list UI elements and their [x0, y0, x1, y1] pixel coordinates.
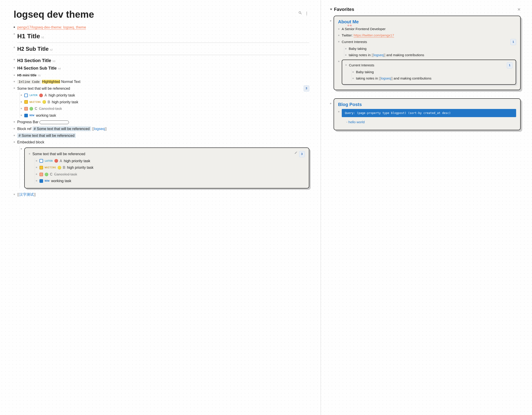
bullet[interactable]: [14, 74, 15, 76]
task-later[interactable]: LATER A high priority task: [24, 92, 309, 98]
checkbox-icon[interactable]: [24, 114, 28, 117]
h1-heading[interactable]: H1 Titleh1: [17, 31, 309, 43]
bullet[interactable]: [338, 111, 340, 112]
bullet[interactable]: [36, 174, 37, 175]
bullet[interactable]: [29, 153, 30, 155]
reference-count-badge[interactable]: 3: [299, 151, 305, 157]
nested-interest-item[interactable]: Baby taking: [356, 69, 513, 75]
query-box[interactable]: Query: (page-property type blogpost) (so…: [342, 109, 516, 117]
nested-interests-header[interactable]: Current Interests 1: [349, 62, 513, 68]
about-me-title[interactable]: About Me: [338, 19, 516, 25]
bullet[interactable]: [338, 35, 340, 36]
search-icon[interactable]: [298, 11, 302, 16]
h3-heading[interactable]: H3 Section Titleh3: [17, 57, 309, 64]
checkbox-icon[interactable]: [24, 107, 28, 111]
priority-yellow-icon: [42, 100, 46, 104]
embedded-block-label[interactable]: Embedded block: [17, 139, 309, 145]
bullet[interactable]: [338, 28, 340, 30]
page-ref-logseq[interactable]: [[logseq]]: [92, 127, 107, 131]
main-content-pane: logseq dev theme pengx17/logseq-dev-them…: [0, 0, 321, 415]
bullet[interactable]: [36, 167, 37, 168]
priority-red-icon: [39, 93, 43, 97]
reference-count-badge[interactable]: 1: [507, 62, 513, 68]
checkbox-icon[interactable]: [39, 173, 43, 176]
bullet[interactable]: [345, 48, 346, 49]
inline-code-block[interactable]: Inline Code Highlighted Normal Text: [17, 79, 309, 85]
bullet[interactable]: [14, 81, 15, 82]
embed-task-waiting[interactable]: WAITING B high priority task: [39, 165, 305, 171]
embed-referenced-text[interactable]: Some text that will be referenced 3: [32, 151, 305, 157]
nested-interests-card: Current Interests 1 Baby taking: [342, 60, 516, 85]
more-menu-icon[interactable]: [306, 12, 307, 15]
reference-count-badge[interactable]: 1: [511, 39, 516, 45]
interest-item[interactable]: taking notes in [[logseq]] and making co…: [349, 52, 516, 58]
bullet[interactable]: [14, 87, 15, 89]
bullet[interactable]: [330, 20, 331, 21]
caret-down-icon[interactable]: [330, 9, 332, 10]
bullet[interactable]: [14, 121, 15, 122]
twitter-link[interactable]: https://twitter.com/pengx17: [353, 33, 394, 37]
blog-posts-card: Blog Posts Query: (page-property type bl…: [333, 98, 521, 130]
interests-header[interactable]: Current Interests 1: [342, 39, 516, 45]
close-icon[interactable]: ✕: [517, 7, 521, 12]
about-me-card: About Me A Senior Frontend Developer Twi…: [333, 16, 521, 90]
favorites-header: Favorites: [334, 7, 354, 12]
checkbox-icon[interactable]: [24, 100, 28, 104]
progress-bar-block[interactable]: Progress Bar: [17, 119, 309, 125]
bullet[interactable]: [338, 61, 340, 62]
about-line1[interactable]: A Senior Frontend Developer: [342, 26, 516, 32]
h5-heading[interactable]: H5 mini titleh5: [17, 73, 309, 78]
h4-heading[interactable]: H4 Section Sub Titleh4: [17, 65, 309, 72]
bullet[interactable]: [14, 67, 15, 68]
bullet[interactable]: [14, 27, 15, 28]
bullet[interactable]: [14, 194, 15, 195]
interest-item[interactable]: Baby taking: [349, 46, 516, 51]
nested-interest-item[interactable]: taking notes in [[logseq]] and making co…: [356, 76, 513, 81]
bullet[interactable]: [14, 135, 15, 136]
repo-link[interactable]: pengx17/logseq-dev-theme: logseq, theme: [17, 25, 86, 30]
about-twitter[interactable]: Twitter: https://twitter.com/pengx17: [342, 33, 516, 38]
priority-red-icon: [54, 159, 58, 163]
task-now[interactable]: NOW working task: [24, 113, 309, 119]
bullet[interactable]: [21, 115, 22, 116]
task-waiting[interactable]: WAITING B high priority task: [24, 99, 309, 105]
bullet[interactable]: [352, 71, 354, 73]
progress-bar: [39, 120, 69, 124]
bullet[interactable]: [21, 108, 22, 109]
bullet[interactable]: [36, 180, 37, 181]
block-ref-line[interactable]: Block ref # Some text that will be refer…: [17, 126, 309, 132]
bullet[interactable]: [352, 78, 354, 79]
bullet[interactable]: [14, 59, 15, 60]
bullet[interactable]: [14, 33, 15, 35]
bullet[interactable]: [21, 148, 22, 149]
bullet[interactable]: [338, 41, 340, 42]
embedded-block: Some text that will be referenced 3 LATE…: [24, 148, 309, 188]
checkbox-icon[interactable]: [39, 179, 43, 183]
checkbox-icon[interactable]: [24, 93, 28, 97]
bullet[interactable]: [345, 54, 346, 56]
checkbox-icon[interactable]: [39, 159, 43, 163]
priority-green-icon: [29, 107, 33, 111]
bullet[interactable]: [14, 141, 15, 143]
bullet[interactable]: [36, 160, 37, 162]
bullet[interactable]: [330, 103, 331, 104]
bullet[interactable]: [14, 47, 15, 48]
bullet[interactable]: [14, 128, 15, 129]
blog-posts-title[interactable]: Blog Posts: [338, 102, 516, 107]
chinese-page-ref[interactable]: [[汉字测试]]: [17, 192, 309, 198]
embed-task-cancelled[interactable]: C Canceled task: [39, 172, 305, 177]
bullet[interactable]: [345, 64, 347, 66]
page-title: logseq dev theme: [14, 9, 309, 20]
embed-task-later[interactable]: LATER A high priority task: [39, 158, 305, 164]
referenced-block[interactable]: Some text that will be referenced 3: [17, 85, 309, 92]
task-cancelled[interactable]: C Canceled task: [24, 106, 309, 112]
embed-task-now[interactable]: NOW working task: [39, 178, 305, 184]
bullet[interactable]: [21, 94, 22, 96]
query-result-link[interactable]: hello world: [346, 119, 516, 125]
priority-green-icon: [45, 173, 48, 176]
bullet[interactable]: [21, 101, 22, 103]
reference-count-badge[interactable]: 3: [304, 85, 309, 92]
block-ref-line2[interactable]: # Some text that will be referenced: [17, 133, 309, 139]
h2-heading[interactable]: H2 Sub Titleh2: [17, 45, 309, 55]
checkbox-icon[interactable]: [39, 166, 43, 169]
